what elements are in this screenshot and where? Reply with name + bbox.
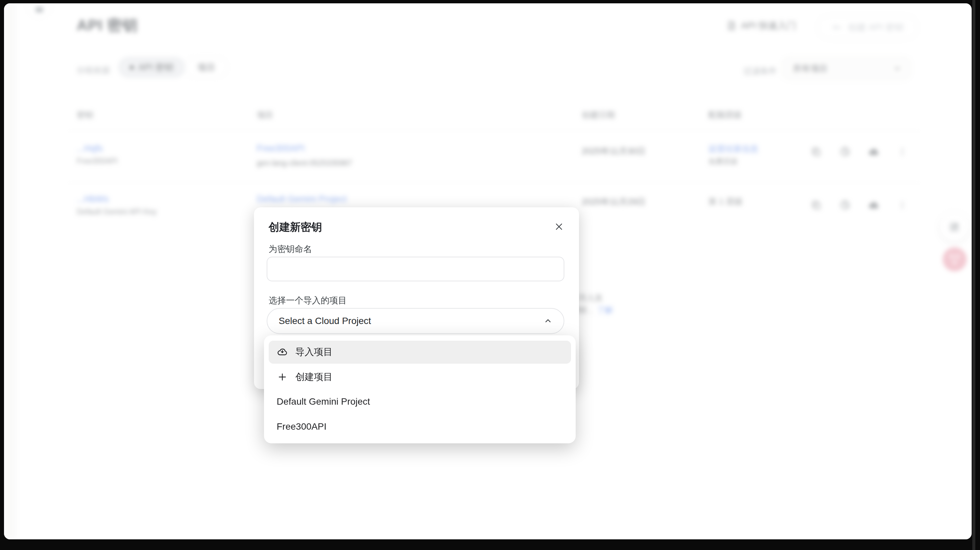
selected-dot-icon [130,66,134,69]
project-filter-value: 所有项目 [793,63,828,74]
page-title: API 密钥 [77,15,138,35]
cloud-upgrade-icon[interactable] [868,146,879,157]
kebab-menu-icon[interactable] [897,199,908,211]
create-api-key-label: 创建 API 密钥 [848,21,904,33]
key-link[interactable]: ...Hqfs [77,143,103,154]
project-select-label: 选择一个导入的项目 [269,295,347,306]
key-name-label: 为密钥命名 [269,243,312,255]
cloud-import-icon [277,347,288,358]
created-date: 2025年11月30日 [582,145,646,157]
dropdown-item-label: 导入项目 [295,346,332,358]
dropdown-item-label: 创建项目 [295,371,332,383]
learn-more-link[interactable]: 了解 [597,305,613,314]
kebab-menu-icon[interactable] [897,146,908,157]
api-quickstart-label: API 快速入门 [741,19,796,32]
chevron-up-icon [544,317,552,325]
sidebar-edge [4,3,16,539]
quota-tier: 第 1 层级 [708,196,743,207]
dropdown-item-import-project[interactable]: 导入项目 [269,341,571,364]
cloud-project-select-value: Select a Cloud Project [278,316,371,326]
filter-by-label: 过滤条件 [743,65,777,76]
created-date: 2025年11月29日 [582,196,646,208]
create-api-key-button[interactable]: 创建 API 密钥 [817,15,918,39]
grid-icon [949,221,960,233]
dropdown-item-create-project[interactable]: 创建项目 [269,366,571,389]
app-window: API 密钥 API 快速入门 创建 API 密钥 分组依据 API 密钥 项目 [4,3,972,539]
usage-chart-icon[interactable] [839,146,851,157]
modal-title: 创建新密钥 [269,220,564,235]
dropdown-item-label: Free300API [277,421,326,432]
col-header-project: 项目 [257,109,273,120]
profile-badge[interactable] [943,247,967,271]
project-link[interactable]: Free300API [257,143,305,154]
cloud-upgrade-icon[interactable] [868,199,879,211]
key-name: Free300API [77,157,118,166]
plus-icon [277,371,288,383]
menu-icon [36,7,43,12]
project-link[interactable]: Default Gemini Project [257,194,347,204]
badge-icon [949,253,961,265]
dropdown-item-label: Default Gemini Project [277,396,370,407]
key-icon [831,22,843,33]
quota-tier: 免费层级 [708,157,738,167]
copy-icon[interactable] [811,146,822,157]
col-header-key: 密钥 [77,109,93,120]
col-header-created: 创建日期 [582,109,615,120]
group-by-label: 分组依据 [77,65,110,76]
close-icon[interactable] [553,221,565,233]
tab-projects[interactable]: 项目 [185,57,228,78]
project-id: gen-lang-client-0525335987 [257,159,352,168]
chevron-down-icon [893,64,902,73]
key-name-input[interactable] [267,257,564,281]
nav-menu-button[interactable] [26,3,52,19]
key-name: Default Gemini API Key [77,207,157,216]
cloud-project-select[interactable]: Select a Cloud Project [267,308,564,334]
usage-chart-icon[interactable] [839,199,851,211]
screen: API 密钥 API 快速入门 创建 API 密钥 分组依据 API 密钥 项目 [0,0,980,550]
divider [67,183,921,183]
project-dropdown: 导入项目 创建项目 Default Gemini Project Free300… [264,335,576,443]
window-edge [972,0,975,550]
key-link[interactable]: ...HbWs [77,194,109,204]
dropdown-item-free300api[interactable]: Free300API [269,415,571,438]
tab-api-keys-label: API 密钥 [138,61,173,73]
api-quickstart-link[interactable]: API 快速入门 [725,19,796,32]
tab-api-keys[interactable]: API 密钥 [118,57,185,78]
dropdown-item-default-gemini-project[interactable]: Default Gemini Project [269,390,571,413]
document-icon [725,20,737,31]
shortcut-button[interactable] [940,213,969,241]
setup-billing-link[interactable]: 设置结算信息 [708,143,758,154]
copy-icon[interactable] [811,199,822,211]
project-filter-select[interactable]: 所有项目 [781,56,912,81]
col-header-quota: 配额层级 [708,109,742,120]
tab-projects-label: 项目 [197,61,215,73]
